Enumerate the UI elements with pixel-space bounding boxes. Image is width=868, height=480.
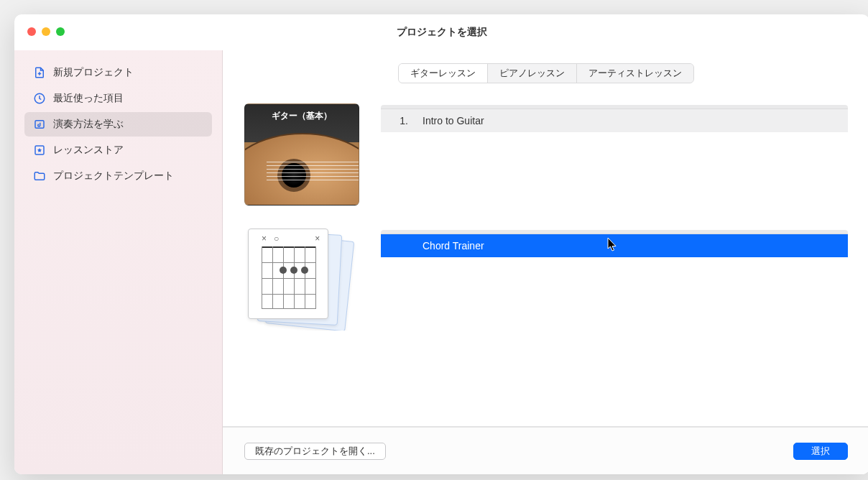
sidebar-item-lesson-store[interactable]: レッスンストア xyxy=(24,138,212,162)
lesson-list: Chord Trainer xyxy=(381,230,848,257)
sidebar-item-label: 演奏方法を学ぶ xyxy=(53,118,124,131)
lesson-row-title: Chord Trainer xyxy=(423,240,484,251)
lesson-row-number: 1. xyxy=(394,115,408,126)
footer: 既存のプロジェクトを開く... 選択 xyxy=(223,427,868,474)
chord-grid-icon xyxy=(262,246,316,308)
tab-artist-lessons[interactable]: アーティストレッスン xyxy=(577,64,693,83)
chord-marks-icon: ×○ × xyxy=(262,234,327,244)
content-area: ギター（基本） 1. Intro to Guitar xyxy=(223,91,868,426)
close-window-button[interactable] xyxy=(27,27,36,36)
star-box-icon xyxy=(33,144,46,157)
thumbnail-chord-trainer[interactable]: ×○ × xyxy=(244,229,359,331)
choose-button[interactable]: 選択 xyxy=(793,443,848,460)
tab-guitar-lessons[interactable]: ギターレッスン xyxy=(399,64,488,83)
document-plus-icon xyxy=(33,66,46,79)
thumbnail-title: ギター（基本） xyxy=(245,110,359,122)
open-existing-project-button[interactable]: 既存のプロジェクトを開く... xyxy=(244,443,386,460)
sidebar-item-label: プロジェクトテンプレート xyxy=(53,170,174,183)
sidebar-item-new-project[interactable]: 新規プロジェクト xyxy=(24,60,212,85)
lesson-row-title: Intro to Guitar xyxy=(423,115,484,126)
clock-icon xyxy=(33,92,46,105)
sidebar-item-label: 最近使った項目 xyxy=(53,92,124,105)
thumbnail-guitar-basics[interactable]: ギター（基本） xyxy=(244,103,359,206)
traffic-lights xyxy=(27,27,65,36)
lesson-row-intro-to-guitar[interactable]: 1. Intro to Guitar xyxy=(381,109,848,132)
lesson-list: 1. Intro to Guitar xyxy=(381,105,848,132)
sidebar-item-label: 新規プロジェクト xyxy=(53,66,134,79)
project-chooser-window: プロジェクトを選択 新規プロジェクト 最近使った項目 xyxy=(14,14,868,474)
folder-icon xyxy=(33,170,46,183)
maximize-window-button[interactable] xyxy=(56,27,65,36)
lesson-type-tabs: ギターレッスン ピアノレッスン アーティストレッスン xyxy=(398,63,694,83)
lesson-group-chord-trainer: ×○ × xyxy=(244,229,848,331)
lesson-row-chord-trainer[interactable]: Chord Trainer xyxy=(381,234,848,257)
main-panel: ギターレッスン ピアノレッスン アーティストレッスン ギター（基本） xyxy=(223,50,868,474)
title-bar: プロジェクトを選択 xyxy=(14,14,868,50)
lesson-type-tabs-wrap: ギターレッスン ピアノレッスン アーティストレッスン xyxy=(223,50,868,91)
lesson-group-guitar-basics: ギター（基本） 1. Intro to Guitar xyxy=(244,103,848,206)
sidebar-item-label: レッスンストア xyxy=(53,144,124,157)
window-title: プロジェクトを選択 xyxy=(397,26,487,39)
sidebar: 新規プロジェクト 最近使った項目 演奏方法を学ぶ xyxy=(14,50,223,474)
music-note-icon xyxy=(33,118,46,131)
minimize-window-button[interactable] xyxy=(42,27,50,36)
tab-piano-lessons[interactable]: ピアノレッスン xyxy=(488,64,577,83)
sidebar-item-learn-to-play[interactable]: 演奏方法を学ぶ xyxy=(24,112,212,137)
sidebar-item-recent[interactable]: 最近使った項目 xyxy=(24,86,212,111)
body: 新規プロジェクト 最近使った項目 演奏方法を学ぶ xyxy=(14,50,868,474)
chord-card-stack-icon: ×○ × xyxy=(248,229,356,331)
sidebar-item-project-templates[interactable]: プロジェクトテンプレート xyxy=(24,164,212,188)
guitar-strings-icon xyxy=(267,162,359,180)
